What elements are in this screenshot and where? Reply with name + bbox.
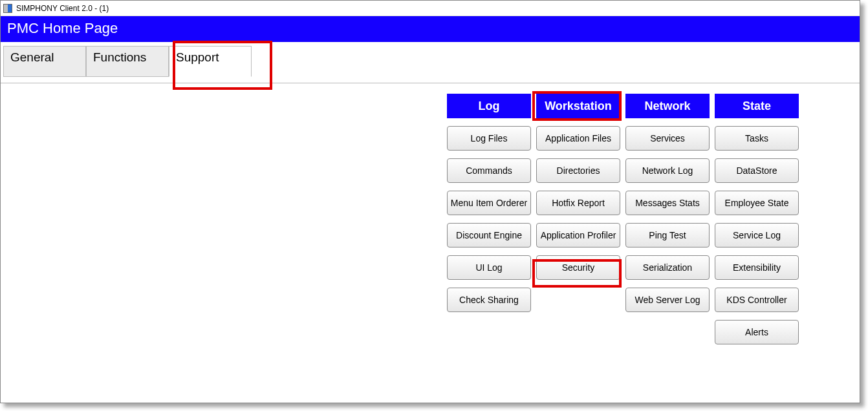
messages-stats-button[interactable]: Messages Stats: [625, 191, 710, 215]
hotfix-report-button[interactable]: Hotfix Report: [536, 191, 620, 215]
tab-functions[interactable]: Functions: [86, 46, 169, 77]
window-title: SIMPHONY Client 2.0 - (1): [16, 4, 109, 13]
application-profiler-button[interactable]: Application Profiler: [536, 223, 620, 248]
web-server-log-button[interactable]: Web Server Log: [625, 288, 710, 312]
security-button[interactable]: Security: [536, 255, 620, 280]
network-log-button[interactable]: Network Log: [625, 158, 710, 183]
alerts-button[interactable]: Alerts: [715, 320, 799, 344]
check-sharing-button[interactable]: Check Sharing: [447, 288, 531, 312]
commands-button[interactable]: Commands: [447, 158, 531, 183]
datastore-button[interactable]: DataStore: [715, 158, 799, 183]
app-icon: [3, 4, 12, 13]
tab-support[interactable]: Support: [169, 46, 252, 77]
service-log-button[interactable]: Service Log: [715, 223, 799, 248]
tab-general[interactable]: General: [3, 46, 86, 77]
serialization-button[interactable]: Serialization: [625, 255, 710, 280]
column-header-log: Log: [447, 94, 531, 118]
tabs: General Functions Support: [1, 42, 860, 83]
services-button[interactable]: Services: [625, 126, 710, 151]
menu-item-orderer-button[interactable]: Menu Item Orderer: [447, 191, 531, 215]
tasks-button[interactable]: Tasks: [715, 126, 799, 151]
application-files-button[interactable]: Application Files: [536, 126, 620, 151]
directories-button[interactable]: Directories: [536, 158, 620, 183]
column-header-workstation: Workstation: [536, 94, 620, 118]
log-files-button[interactable]: Log Files: [447, 126, 531, 151]
extensibility-button[interactable]: Extensibility: [715, 255, 799, 280]
column-header-state: State: [715, 94, 799, 118]
employee-state-button[interactable]: Employee State: [715, 191, 799, 215]
ping-test-button[interactable]: Ping Test: [625, 223, 710, 248]
discount-engine-button[interactable]: Discount Engine: [447, 223, 531, 248]
page-title: PMC Home Page: [1, 16, 860, 42]
ui-log-button[interactable]: UI Log: [447, 255, 531, 280]
kds-controller-button[interactable]: KDS Controller: [715, 288, 799, 312]
column-header-network: Network: [625, 94, 710, 118]
window-titlebar: SIMPHONY Client 2.0 - (1): [1, 1, 860, 16]
support-grid: Log Workstation Network State Log Files …: [447, 94, 799, 344]
